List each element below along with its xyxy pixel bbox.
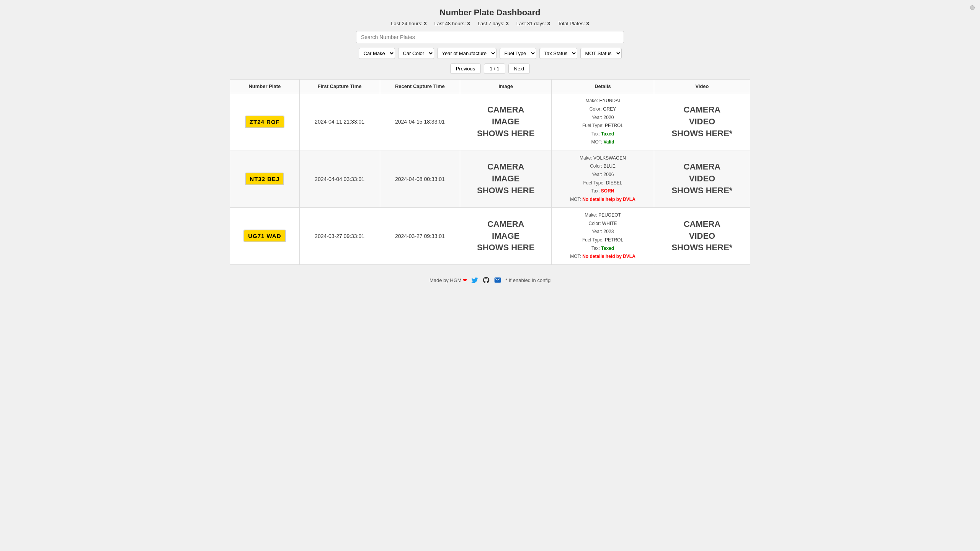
- year-value: 2023: [604, 229, 614, 234]
- year-value: 2006: [604, 172, 614, 177]
- year-label: Year:: [592, 229, 603, 234]
- year-of-manufacture-filter[interactable]: Year of Manufacture: [437, 48, 497, 59]
- plate-badge[interactable]: NT32 BEJ: [245, 173, 284, 185]
- stat-last48h: Last 48 hours: 3: [434, 21, 470, 26]
- mot-value: No details held by DVLA: [582, 254, 635, 259]
- camera-image-placeholder: CAMERAIMAGESHOWS HERE: [463, 211, 548, 261]
- mot-label: MOT:: [570, 197, 581, 202]
- color-label: Color:: [588, 221, 601, 226]
- color-value: WHITE: [602, 221, 617, 226]
- tax-label: Tax:: [591, 131, 600, 137]
- page-wrapper: Number Plate Dashboard Last 24 hours: 3 …: [222, 0, 758, 292]
- footer-note: * If enabled in config: [505, 277, 550, 283]
- col-details: Details: [552, 80, 654, 93]
- next-button[interactable]: Next: [508, 64, 530, 74]
- video-cell: CAMERAVIDEOSHOWS HERE*: [654, 150, 750, 207]
- search-bar: [230, 31, 750, 43]
- table-header-row: Number Plate First Capture Time Recent C…: [230, 80, 750, 93]
- image-cell: CAMERAIMAGESHOWS HERE: [460, 93, 552, 150]
- tax-status-filter[interactable]: Tax Status: [539, 48, 577, 59]
- fuel-label: Fuel Type:: [582, 237, 604, 243]
- image-cell: CAMERAIMAGESHOWS HERE: [460, 150, 552, 207]
- recent-capture-cell: 2024-04-15 18:33:01: [380, 93, 460, 150]
- stat-last24h: Last 24 hours: 3: [391, 21, 426, 26]
- mot-value: Valid: [604, 139, 614, 145]
- stat-last31d: Last 31 days: 3: [516, 21, 550, 26]
- make-value: PEUGEOT: [598, 212, 621, 218]
- video-cell: CAMERAVIDEOSHOWS HERE*: [654, 93, 750, 150]
- github-icon[interactable]: [482, 276, 490, 284]
- col-first-capture: First Capture Time: [299, 80, 380, 93]
- tax-label: Tax:: [591, 188, 599, 194]
- make-value: HYUNDAI: [599, 98, 620, 103]
- color-value: GREY: [603, 106, 616, 112]
- mot-value: No details help by DVLA: [582, 197, 635, 202]
- camera-video-placeholder: CAMERAVIDEOSHOWS HERE*: [657, 153, 747, 204]
- plate-cell: UG71 WAD: [230, 207, 300, 264]
- camera-video-placeholder: CAMERAVIDEOSHOWS HERE*: [657, 211, 747, 261]
- first-capture-cell: 2024-04-11 21:33:01: [299, 93, 380, 150]
- filters: Car Make Car Color Year of Manufacture F…: [230, 48, 750, 59]
- tax-value: Taxed: [601, 131, 614, 137]
- first-capture-cell: 2024-04-04 03:33:01: [299, 150, 380, 207]
- twitter-icon[interactable]: [471, 276, 479, 284]
- first-capture-cell: 2024-03-27 09:33:01: [299, 207, 380, 264]
- fuel-value: PETROL: [605, 237, 623, 243]
- color-label: Color:: [590, 163, 602, 169]
- heart-icon: ❤: [463, 277, 467, 283]
- col-number-plate: Number Plate: [230, 80, 300, 93]
- color-value: BLUE: [604, 163, 616, 169]
- make-label: Make:: [585, 212, 597, 218]
- col-recent-capture: Recent Capture Time: [380, 80, 460, 93]
- email-icon[interactable]: [494, 276, 501, 284]
- previous-button[interactable]: Previous: [450, 64, 481, 74]
- table-row: UG71 WAD2024-03-27 09:33:012024-03-27 09…: [230, 207, 750, 264]
- year-label: Year:: [592, 172, 603, 177]
- make-value: VOLKSWAGEN: [593, 155, 626, 161]
- table-row: ZT24 ROF2024-04-11 21:33:012024-04-15 18…: [230, 93, 750, 150]
- stats-bar: Last 24 hours: 3 Last 48 hours: 3 Last 7…: [230, 21, 750, 26]
- image-cell: CAMERAIMAGESHOWS HERE: [460, 207, 552, 264]
- mot-label: MOT:: [570, 254, 581, 259]
- page-info: 1 / 1: [484, 64, 505, 74]
- search-input[interactable]: [356, 31, 624, 43]
- fuel-value: PETROL: [605, 123, 623, 128]
- col-video: Video: [654, 80, 750, 93]
- recent-capture-cell: 2024-03-27 09:33:01: [380, 207, 460, 264]
- stat-last7d: Last 7 days: 3: [478, 21, 509, 26]
- fuel-value: DIESEL: [606, 180, 622, 186]
- mot-label: MOT:: [591, 139, 602, 145]
- plate-badge[interactable]: UG71 WAD: [243, 230, 286, 242]
- plate-cell: ZT24 ROF: [230, 93, 300, 150]
- video-cell: CAMERAVIDEOSHOWS HERE*: [654, 207, 750, 264]
- data-table: Number Plate First Capture Time Recent C…: [230, 79, 750, 265]
- tax-value: SORN: [601, 188, 614, 194]
- car-color-filter[interactable]: Car Color: [398, 48, 434, 59]
- car-make-filter[interactable]: Car Make: [359, 48, 395, 59]
- fuel-type-filter[interactable]: Fuel Type: [500, 48, 536, 59]
- page-title: Number Plate Dashboard: [230, 8, 750, 18]
- pagination: Previous 1 / 1 Next: [230, 64, 750, 74]
- stat-total: Total Plates: 3: [558, 21, 589, 26]
- camera-image-placeholder: CAMERAIMAGESHOWS HERE: [463, 96, 548, 147]
- plate-badge[interactable]: ZT24 ROF: [245, 116, 284, 128]
- details-cell: Make: VOLKSWAGEN Color: BLUE Year: 2006 …: [552, 150, 654, 207]
- tax-label: Tax:: [591, 246, 600, 251]
- header: Number Plate Dashboard Last 24 hours: 3 …: [230, 8, 750, 26]
- camera-image-placeholder: CAMERAIMAGESHOWS HERE: [463, 153, 548, 204]
- made-by-text: Made by HGM ❤: [430, 277, 467, 283]
- make-label: Make:: [585, 98, 598, 103]
- make-label: Make:: [580, 155, 592, 161]
- year-value: 2020: [604, 115, 614, 120]
- tax-value: Taxed: [601, 246, 614, 251]
- year-label: Year:: [592, 115, 603, 120]
- camera-video-placeholder: CAMERAVIDEOSHOWS HERE*: [657, 96, 747, 147]
- mot-status-filter[interactable]: MOT Status: [580, 48, 622, 59]
- fuel-label: Fuel Type:: [582, 123, 604, 128]
- details-cell: Make: HYUNDAI Color: GREY Year: 2020 Fue…: [552, 93, 654, 150]
- status-indicator: [970, 5, 975, 10]
- plate-cell: NT32 BEJ: [230, 150, 300, 207]
- recent-capture-cell: 2024-04-08 00:33:01: [380, 150, 460, 207]
- footer: Made by HGM ❤ * If enabled in config: [230, 276, 750, 284]
- fuel-label: Fuel Type:: [583, 180, 605, 186]
